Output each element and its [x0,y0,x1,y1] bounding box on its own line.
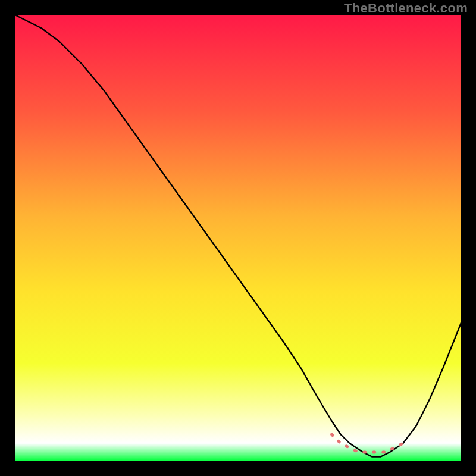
chart-frame: TheBottleneck.com [0,0,476,476]
chart-svg [15,15,461,461]
plot-area [15,15,461,461]
watermark-text: TheBottleneck.com [344,1,468,16]
gradient-background [15,15,461,461]
